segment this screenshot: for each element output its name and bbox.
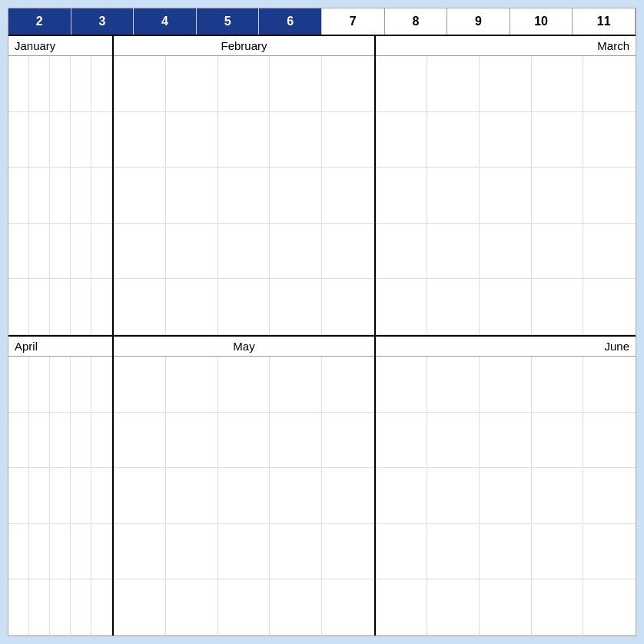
grid-cell [322,168,374,224]
grid-cell [114,279,166,335]
grid-cell [322,224,374,280]
week-cell: 9 [447,8,510,35]
grid-cell [218,413,271,469]
grid-cell [71,56,91,112]
grid-cell [427,413,480,469]
grid-cell [270,413,322,469]
grid-cell [114,468,166,524]
grid-cell [29,468,50,524]
grid-cell [322,413,374,469]
grid-cell [29,524,50,580]
grid-cell [583,413,636,469]
grid-cell [218,524,271,580]
grid-cell [322,468,374,524]
grid-cell [29,413,50,469]
grid-cell [91,468,112,524]
grid-cell [166,413,218,469]
grid-cell [532,468,584,524]
grid-cell [218,224,271,280]
month-block-march: March [376,36,636,335]
grid-cell [322,524,374,580]
grid-cell [91,413,112,469]
grid-cell [322,357,374,413]
grid-cell [91,357,112,413]
grid-cell [29,168,50,224]
calendar: 234567891011 JanuaryFebruaryMarchAprilMa… [8,8,636,636]
grid-cell [480,56,532,112]
month-label-february: February [114,36,373,56]
grid-cell [166,579,218,636]
week-cell: 8 [385,8,448,35]
grid-cell [427,224,480,280]
grid-cell [376,579,428,636]
grid-cell [427,279,480,335]
grid-cell [480,524,532,580]
month-label-june: June [376,337,636,357]
week-cell: 6 [259,8,322,35]
grid-cell [480,468,532,524]
month-block-january: January [8,36,114,335]
grid-cell [376,56,428,112]
grid-cell [376,468,428,524]
grid-cell [114,224,166,280]
month-block-april: April [8,337,114,636]
grid-cell [50,168,71,224]
grid-cell [166,524,218,580]
grid-cell [270,56,322,112]
grid-cell [29,579,50,636]
grid-cell [322,279,374,335]
grid-cell [166,224,218,280]
grid-cell [91,112,112,168]
grid-cell [532,224,584,280]
grid-cell [166,168,218,224]
grid-cell [270,112,322,168]
grid-cell [91,279,112,335]
grid-cell [71,413,91,469]
grid-cell [322,579,374,636]
grid-cell [480,579,532,636]
grid-cell [583,357,636,413]
grid-cell [91,579,112,636]
grid-cell [427,112,480,168]
grid-cell [50,579,71,636]
grid-cell [166,56,218,112]
grid-cell [29,56,50,112]
grid-cell [8,168,29,224]
grid-cell [50,56,71,112]
grid-cell [114,413,166,469]
grid-cell [532,579,584,636]
grid-cell [8,224,29,280]
grid-cell [270,357,322,413]
grid-cell [29,112,50,168]
week-cell: 2 [8,8,71,35]
grid-cell [583,168,636,224]
week-header: 234567891011 [8,8,636,36]
grid-cell [218,468,271,524]
grid-cell [71,579,91,636]
week-cell: 5 [197,8,260,35]
grid-cell [71,224,91,280]
grid-cell [8,524,29,580]
week-cell: 3 [71,8,134,35]
month-grid-may [114,357,373,636]
grid-cell [480,224,532,280]
grid-cell [218,168,271,224]
month-grid-february [114,56,373,335]
grid-cell [480,413,532,469]
grid-cell [8,279,29,335]
grid-cell [532,357,584,413]
grid-cell [532,279,584,335]
grid-cell [270,224,322,280]
grid-cell [376,168,428,224]
grid-cell [166,357,218,413]
grid-cell [376,279,428,335]
grid-cell [583,468,636,524]
month-block-february: February [114,36,375,335]
grid-cell [8,413,29,469]
grid-cell [270,279,322,335]
grid-cell [376,524,428,580]
grid-cell [91,56,112,112]
grid-cell [114,56,166,112]
grid-cell [532,56,584,112]
grid-cell [8,56,29,112]
